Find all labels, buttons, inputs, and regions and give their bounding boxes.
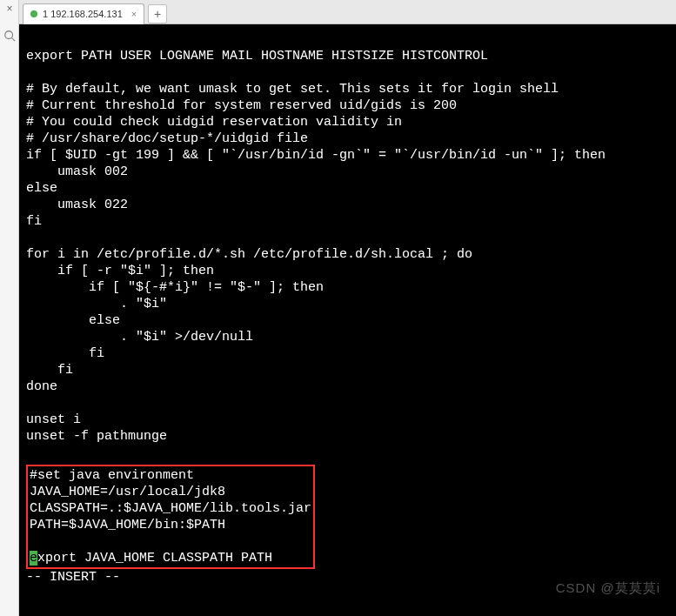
left-sidebar: ×: [0, 0, 19, 616]
highlight-content: #set java environment JAVA_HOME=/usr/loc…: [30, 468, 311, 532]
add-tab-button[interactable]: +: [148, 4, 167, 23]
tab-active[interactable]: 1 192.168.254.131 ×: [23, 3, 144, 24]
highlight-box: #set java environment JAVA_HOME=/usr/loc…: [26, 465, 315, 569]
cursor-block: e: [30, 551, 37, 566]
vim-status-line: -- INSERT --: [26, 570, 120, 585]
close-icon[interactable]: ×: [0, 0, 19, 17]
watermark: CSDN @莫莫莫i: [556, 580, 660, 597]
tab-label: 1 192.168.254.131: [43, 9, 123, 19]
svg-point-0: [5, 31, 13, 39]
tab-close-icon[interactable]: ×: [131, 9, 137, 19]
terminal-pane[interactable]: export PATH USER LOGNAME MAIL HOSTNAME H…: [19, 24, 676, 616]
tab-bar: 1 192.168.254.131 × +: [19, 0, 676, 24]
terminal-content: export PATH USER LOGNAME MAIL HOSTNAME H…: [26, 49, 606, 444]
search-icon[interactable]: [0, 26, 19, 45]
status-dot-icon: [30, 10, 37, 17]
highlight-last-line-rest: xport JAVA_HOME CLASSPATH PATH: [37, 551, 272, 566]
svg-line-1: [12, 38, 16, 42]
